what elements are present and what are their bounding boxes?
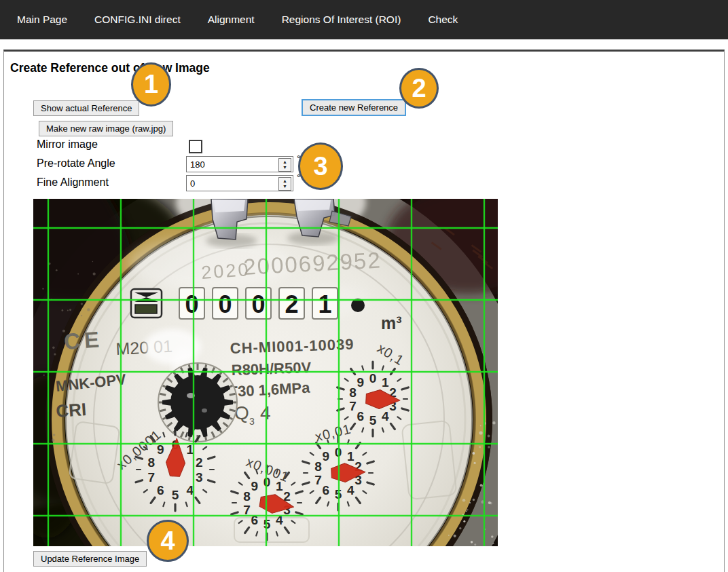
svg-text:9: 9 [251, 479, 258, 493]
svg-text:8: 8 [349, 385, 357, 400]
make-new-raw-image-button[interactable]: Make new raw image (raw.jpg) [39, 121, 173, 136]
q-subscript: 3 [249, 416, 255, 427]
content-frame: Create Reference out of Raw Image Show a… [3, 50, 725, 572]
top-nav: Main Page CONFIG.INI direct Alignment Re… [0, 0, 728, 39]
mirror-image-label: Mirror image [37, 138, 98, 151]
svg-text:2: 2 [196, 455, 203, 470]
nav-roi[interactable]: Regions Of Interest (ROI) [282, 14, 401, 26]
svg-text:2: 2 [285, 290, 298, 318]
nav-alignment[interactable]: Alignment [208, 14, 255, 26]
fine-alignment-spinner[interactable]: ▲ ▼ [278, 177, 291, 191]
spinner-down-icon[interactable]: ▼ [283, 165, 287, 170]
turbine-wheel [158, 363, 237, 442]
ratio-text: R80H/R50V [231, 359, 312, 379]
svg-text:0: 0 [369, 371, 377, 385]
nav-check[interactable]: Check [428, 14, 458, 26]
callout-3: 3 [298, 142, 343, 190]
svg-text:7: 7 [314, 473, 322, 487]
svg-text:7: 7 [349, 399, 357, 413]
svg-text:6: 6 [157, 483, 164, 497]
svg-text:9: 9 [157, 442, 164, 457]
svg-text:7: 7 [148, 470, 156, 484]
svg-text:5: 5 [263, 517, 271, 531]
svg-text:9: 9 [322, 449, 329, 463]
fine-alignment-input[interactable]: 0 ▲ ▼ [186, 175, 293, 191]
svg-text:1: 1 [382, 375, 389, 389]
prerotate-angle-label: Pre-rotate Angle [37, 157, 115, 170]
svg-text:7: 7 [243, 503, 251, 517]
odometer-counter: 00021 [179, 288, 338, 319]
unit-label: m³ [381, 313, 402, 332]
callout-4: 4 [147, 520, 189, 562]
spinner-up-icon[interactable]: ▲ [283, 159, 287, 165]
svg-text:4: 4 [347, 483, 354, 497]
page-title: Create Reference out of Raw Image [10, 61, 210, 75]
nav-config-ini[interactable]: CONFIG.INI direct [94, 14, 181, 26]
callout-1: 1 [131, 62, 171, 107]
spinner-down-icon[interactable]: ▼ [283, 184, 287, 189]
svg-text:5: 5 [172, 488, 179, 502]
svg-text:8: 8 [243, 489, 251, 503]
prerotate-angle-value: 180 [190, 159, 205, 170]
fine-alignment-label: Fine Alignment [37, 176, 109, 189]
svg-text:3: 3 [196, 470, 203, 484]
fine-alignment-value: 0 [190, 178, 195, 189]
update-reference-image-button[interactable]: Update Reference Image [33, 551, 147, 567]
show-actual-reference-button[interactable]: Show actual Reference [33, 100, 139, 116]
reference-raw-image: 2020 2000692952 m³ CE M20 01 CH-MI001-10… [33, 199, 498, 546]
type-text: CRI [55, 399, 87, 421]
svg-text:6: 6 [357, 409, 364, 423]
ce-mark: CE [63, 326, 104, 354]
svg-text:9: 9 [357, 375, 364, 389]
mirror-image-checkbox[interactable] [189, 140, 202, 153]
svg-text:8: 8 [314, 459, 322, 474]
q-value: 4 [260, 402, 271, 423]
create-new-reference-button[interactable]: Create new Reference [302, 99, 406, 116]
nav-main-page[interactable]: Main Page [17, 14, 67, 26]
svg-text:4: 4 [382, 409, 389, 423]
prerotate-spinner[interactable]: ▲ ▼ [278, 158, 291, 172]
svg-text:0: 0 [185, 290, 198, 318]
spinner-up-icon[interactable]: ▲ [283, 178, 287, 184]
callout-2: 2 [399, 68, 439, 109]
svg-text:8: 8 [148, 455, 156, 470]
svg-text:0: 0 [218, 290, 232, 318]
svg-text:6: 6 [322, 483, 329, 497]
svg-text:5: 5 [369, 413, 377, 427]
meter-logo-box [131, 289, 162, 318]
svg-text:1: 1 [347, 449, 354, 463]
svg-text:0: 0 [251, 290, 265, 318]
svg-text:1: 1 [318, 290, 331, 318]
prerotate-angle-input[interactable]: 180 ▲ ▼ [186, 156, 293, 172]
